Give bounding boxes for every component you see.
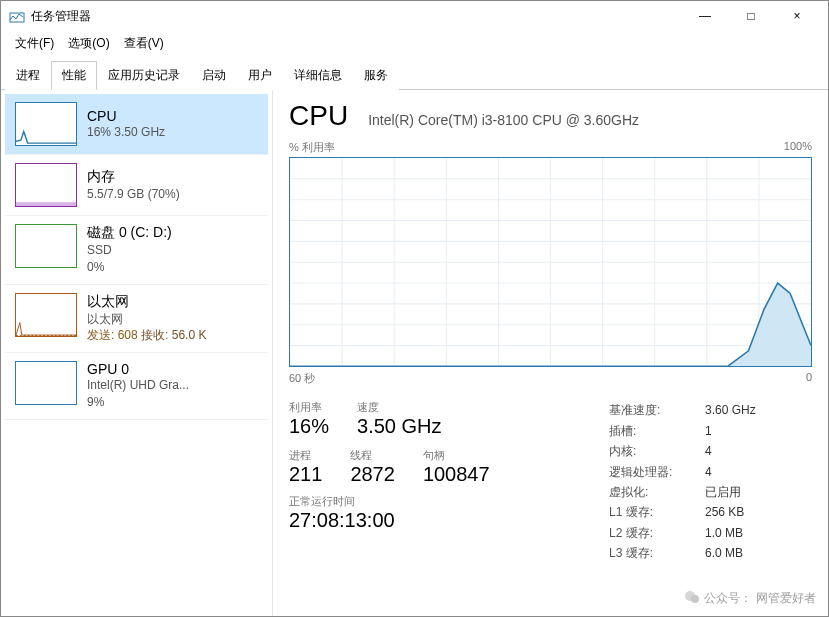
kv-key: 逻辑处理器: [609, 462, 685, 482]
memory-thumb-icon [15, 163, 77, 207]
cpu-details: 基准速度:3.60 GHz 插槽:1 内核:4 逻辑处理器:4 虚拟化:已启用 … [609, 400, 756, 563]
tab-details[interactable]: 详细信息 [283, 61, 353, 90]
sidebar-item-label: GPU 0 [87, 361, 189, 377]
kv-key: 虚拟化: [609, 482, 685, 502]
sidebar-item-sub: 16% 3.50 GHz [87, 124, 165, 141]
kv-val: 4 [705, 441, 712, 461]
tab-processes[interactable]: 进程 [5, 61, 51, 90]
stat-label-utilization: 利用率 [289, 400, 329, 415]
sidebar-item-sub2: 0% [87, 259, 172, 276]
uptime-value: 27:08:13:00 [289, 509, 569, 532]
svg-rect-1 [16, 202, 76, 206]
cpu-model: Intel(R) Core(TM) i3-8100 CPU @ 3.60GHz [368, 112, 639, 128]
kv-val: 4 [705, 462, 712, 482]
sidebar-item-disk[interactable]: 磁盘 0 (C: D:) SSD 0% [5, 216, 268, 285]
tab-startup[interactable]: 启动 [191, 61, 237, 90]
stat-value-handles: 100847 [423, 463, 490, 486]
gpu-thumb-icon [15, 361, 77, 405]
sidebar-item-sub: 5.5/7.9 GB (70%) [87, 186, 180, 203]
wechat-icon [684, 589, 700, 608]
sidebar-item-label: 内存 [87, 168, 180, 186]
recv-value: 56.0 K [172, 328, 207, 342]
kv-val: 3.60 GHz [705, 400, 756, 420]
sidebar-item-sub: SSD [87, 242, 172, 259]
tab-services[interactable]: 服务 [353, 61, 399, 90]
sidebar[interactable]: CPU 16% 3.50 GHz 内存 5.5/7.9 GB (70%) 磁盘 … [1, 90, 273, 616]
kv-val: 1 [705, 421, 712, 441]
kv-val: 6.0 MB [705, 543, 743, 563]
tabbar: 进程 性能 应用历史记录 启动 用户 详细信息 服务 [1, 60, 828, 90]
stat-label-processes: 进程 [289, 448, 322, 463]
menu-view[interactable]: 查看(V) [118, 33, 170, 54]
kv-key: L2 缓存: [609, 523, 685, 543]
cpu-utilization-chart[interactable] [289, 157, 812, 367]
send-value: 608 [118, 328, 138, 342]
sidebar-item-memory[interactable]: 内存 5.5/7.9 GB (70%) [5, 155, 268, 216]
disk-thumb-icon [15, 224, 77, 268]
close-button[interactable]: × [774, 1, 820, 31]
kv-key: 插槽: [609, 421, 685, 441]
content: CPU 16% 3.50 GHz 内存 5.5/7.9 GB (70%) 磁盘 … [1, 90, 828, 616]
ethernet-thumb-icon [15, 293, 77, 337]
tab-app-history[interactable]: 应用历史记录 [97, 61, 191, 90]
send-label: 发送: [87, 328, 114, 342]
stat-value-speed: 3.50 GHz [357, 415, 441, 438]
stat-label-speed: 速度 [357, 400, 441, 415]
chart-ylabel: % 利用率 [289, 140, 335, 155]
sidebar-item-ethernet[interactable]: 以太网 以太网 发送: 608 接收: 56.0 K [5, 285, 268, 354]
page-title: CPU [289, 100, 348, 132]
sidebar-item-sub: Intel(R) UHD Gra... [87, 377, 189, 394]
sidebar-item-sub2: 9% [87, 394, 189, 411]
main-panel: CPU Intel(R) Core(TM) i3-8100 CPU @ 3.60… [273, 90, 828, 616]
sidebar-item-label: CPU [87, 108, 165, 124]
sidebar-item-gpu[interactable]: GPU 0 Intel(R) UHD Gra... 9% [5, 353, 268, 420]
sidebar-item-sub: 以太网 [87, 311, 206, 328]
menu-file[interactable]: 文件(F) [9, 33, 60, 54]
svg-point-22 [691, 595, 699, 603]
menubar: 文件(F) 选项(O) 查看(V) [1, 31, 828, 60]
stat-value-threads: 2872 [350, 463, 395, 486]
task-manager-window: 任务管理器 — □ × 文件(F) 选项(O) 查看(V) 进程 性能 应用历史… [0, 0, 829, 617]
minimize-button[interactable]: — [682, 1, 728, 31]
menu-options[interactable]: 选项(O) [62, 33, 115, 54]
cpu-thumb-icon [15, 102, 77, 146]
stat-label-threads: 线程 [350, 448, 395, 463]
sidebar-item-label: 磁盘 0 (C: D:) [87, 224, 172, 242]
kv-key: 内核: [609, 441, 685, 461]
stat-label-handles: 句柄 [423, 448, 490, 463]
chart-ymax: 100% [784, 140, 812, 155]
sidebar-item-sendrecv: 发送: 608 接收: 56.0 K [87, 327, 206, 344]
recv-label: 接收: [141, 328, 168, 342]
kv-key: 基准速度: [609, 400, 685, 420]
tab-performance[interactable]: 性能 [51, 61, 97, 90]
stat-value-processes: 211 [289, 463, 322, 486]
titlebar: 任务管理器 — □ × [1, 1, 828, 31]
watermark: 公众号： 网管爱好者 [684, 589, 816, 608]
watermark-name: 网管爱好者 [756, 590, 816, 607]
window-title: 任务管理器 [31, 8, 91, 25]
chart-xleft: 60 秒 [289, 371, 315, 386]
stat-value-utilization: 16% [289, 415, 329, 438]
maximize-button[interactable]: □ [728, 1, 774, 31]
app-icon [9, 8, 25, 24]
kv-key: L3 缓存: [609, 543, 685, 563]
uptime-label: 正常运行时间 [289, 494, 569, 509]
kv-val: 已启用 [705, 482, 741, 502]
kv-key: L1 缓存: [609, 502, 685, 522]
chart-xright: 0 [806, 371, 812, 386]
kv-val: 256 KB [705, 502, 744, 522]
kv-val: 1.0 MB [705, 523, 743, 543]
tab-users[interactable]: 用户 [237, 61, 283, 90]
sidebar-item-cpu[interactable]: CPU 16% 3.50 GHz [5, 94, 268, 155]
watermark-prefix: 公众号： [704, 590, 752, 607]
sidebar-item-label: 以太网 [87, 293, 206, 311]
